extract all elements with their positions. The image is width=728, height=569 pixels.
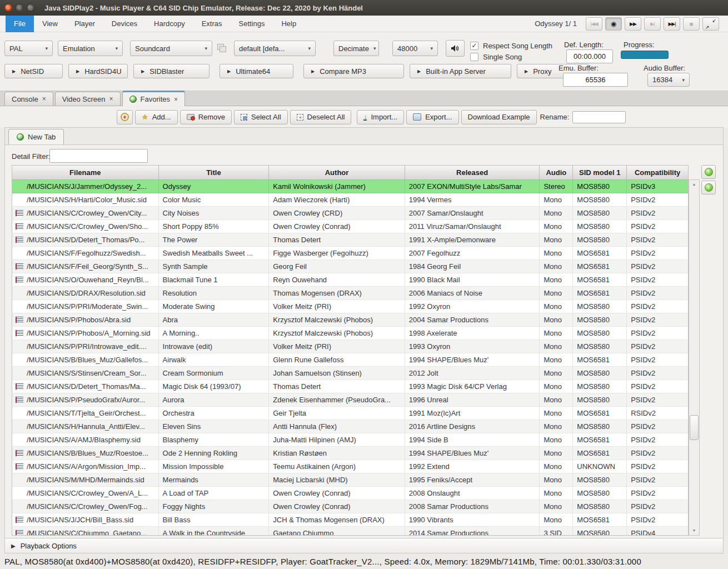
deselect-all-button[interactable]: Deselect All bbox=[290, 110, 352, 124]
skip-to-start-button[interactable]: |◀◀ bbox=[586, 17, 602, 31]
menu-player[interactable]: Player bbox=[66, 16, 103, 32]
close-icon[interactable]: × bbox=[174, 96, 178, 103]
table-row[interactable]: /MUSICIANS/T/Tjelta_Geir/Orchest...Orche… bbox=[12, 407, 688, 420]
audio-buffer-select[interactable]: 16384▾ bbox=[647, 73, 690, 87]
app-server-expander[interactable]: ▶Built-in App Server bbox=[410, 64, 511, 78]
table-row[interactable]: /MUSICIANS/A/AMJ/Blasphemy.sidBlasphemyJ… bbox=[12, 433, 688, 447]
column-header-title[interactable]: Title bbox=[159, 166, 270, 179]
close-icon[interactable]: × bbox=[4, 4, 12, 12]
scroll-up-icon[interactable]: ▴ bbox=[689, 180, 699, 189]
video-standard-select[interactable]: PAL▾ bbox=[4, 41, 53, 56]
emu-buffer-input[interactable] bbox=[563, 73, 628, 87]
download-example-button[interactable]: Download Example bbox=[461, 110, 537, 124]
rename-input[interactable] bbox=[572, 111, 626, 123]
move-up-button[interactable]: ↑ bbox=[701, 165, 716, 179]
table-row[interactable]: /MUSICIANS/D/DRAX/Resolution.sidResoluti… bbox=[12, 287, 688, 300]
compare-mp3-expander[interactable]: ▶Compare MP3 bbox=[303, 64, 404, 78]
menu-settings[interactable]: Settings bbox=[231, 16, 273, 32]
menu-help[interactable]: Help bbox=[273, 16, 305, 32]
minimize-icon[interactable]: − bbox=[16, 4, 23, 12]
tab-new-tab[interactable]: New Tab bbox=[8, 129, 64, 144]
table-row[interactable]: /MUSICIANS/D/Detert_Thomas/Po...The Powe… bbox=[12, 233, 688, 247]
table-row[interactable]: /MUSICIANS/J/JCH/Bill_Bass.sidBill BassJ… bbox=[12, 513, 688, 527]
scroll-down-icon[interactable]: ▾ bbox=[689, 526, 699, 535]
playback-options-expander[interactable]: ▶ Playback Options bbox=[5, 538, 723, 553]
table-row[interactable]: /MUSICIANS/P/PRI/Moderate_Swin...Moderat… bbox=[12, 300, 688, 313]
table-row[interactable]: /MUSICIANS/P/Phobos/A_Morning.sidA Morni… bbox=[12, 327, 688, 340]
sample-rate-select[interactable]: 48000▾ bbox=[392, 41, 438, 56]
export-button[interactable]: Export... bbox=[406, 110, 458, 124]
menu-file[interactable]: File bbox=[6, 16, 34, 32]
sidblaster-expander[interactable]: ▶SIDBlaster bbox=[133, 64, 210, 78]
cell-filename: /MUSICIANS/H/Harti/Color_Music.sid bbox=[12, 193, 159, 206]
cell-title: City Noises bbox=[159, 207, 270, 219]
detail-filter-input[interactable] bbox=[49, 149, 148, 163]
close-icon[interactable]: × bbox=[42, 95, 46, 103]
table-row[interactable]: /MUSICIANS/A/Argon/Mission_Imp...Mission… bbox=[12, 460, 688, 473]
default-length-input[interactable] bbox=[566, 49, 613, 63]
table-row[interactable]: /MUSICIANS/P/PRI/Introwave_edit....Intro… bbox=[12, 340, 688, 353]
column-header-compatibility[interactable]: Compatibility bbox=[627, 166, 688, 179]
menu-devices[interactable]: Devices bbox=[103, 16, 146, 32]
table-row[interactable]: /MUSICIANS/H/Hannula_Antti/Elev...Eleven… bbox=[12, 420, 688, 433]
cell-title: A Load of TAP bbox=[159, 487, 270, 500]
table-row[interactable]: /MUSICIANS/M/MHD/Mermainds.sidMermaindsM… bbox=[12, 473, 688, 487]
audio-driver-select[interactable]: Soundcard▾ bbox=[130, 41, 212, 56]
remove-button[interactable]: Remove bbox=[180, 110, 232, 124]
next-song-button[interactable]: ▶| bbox=[644, 17, 661, 31]
select-all-button[interactable]: Select All bbox=[234, 110, 287, 124]
stop-button[interactable]: ■ bbox=[683, 17, 700, 31]
table-row[interactable]: /MUSICIANS/S/Stinsen/Cream_Sor...Cream S… bbox=[12, 367, 688, 380]
table-row[interactable]: /MUSICIANS/B/Blues_Muz/Gallefos...Airwal… bbox=[12, 353, 688, 367]
netsid-expander[interactable]: ▶NetSID bbox=[4, 64, 63, 78]
table-row[interactable]: /MUSICIANS/C/Crowley_Owen/Sho...Short Po… bbox=[12, 220, 688, 233]
volume-button[interactable] bbox=[446, 40, 465, 57]
play-pause-button[interactable]: ◉ bbox=[605, 17, 622, 31]
scrollbar-thumb[interactable] bbox=[690, 415, 699, 440]
collapse-player-button[interactable]: ↙ ↗ bbox=[702, 17, 719, 31]
table-row[interactable]: /MUSICIANS/F/Feil_Georg/Synth_S...Synth … bbox=[12, 260, 688, 273]
tab-video-screen[interactable]: Video Screen× bbox=[55, 92, 121, 106]
column-header-author[interactable]: Author bbox=[269, 166, 405, 179]
ultimate64-expander[interactable]: ▶Ultimate64 bbox=[220, 64, 293, 78]
column-header-filename[interactable]: Filename bbox=[12, 166, 159, 179]
table-row[interactable]: /MUSICIANS/C/Crowley_Owen/A_L...A Load o… bbox=[12, 487, 688, 500]
tab-favorites[interactable]: Favorites× bbox=[122, 91, 185, 106]
fast-forward-button[interactable]: ▶▶ bbox=[625, 17, 641, 31]
output-device-select[interactable]: default [defa...▾ bbox=[234, 41, 316, 56]
single-song-checkbox[interactable] bbox=[470, 53, 478, 61]
transport-controls: |◀◀ ◉ ▶▶ ▶| ▶▶| ■ ↙ ↗ bbox=[586, 17, 719, 31]
close-icon[interactable]: × bbox=[109, 95, 113, 103]
table-row[interactable]: /MUSICIANS/H/Harti/Color_Music.sidColor … bbox=[12, 193, 688, 207]
add-tab-button[interactable]: + bbox=[117, 110, 133, 124]
move-down-button[interactable]: ↓ bbox=[701, 181, 716, 194]
table-row[interactable]: /MUSICIANS/F/Fegolhuzz/Swedish...Swedish… bbox=[12, 247, 688, 260]
skip-to-end-button[interactable]: ▶▶| bbox=[664, 17, 680, 31]
maximize-icon[interactable]: □ bbox=[27, 4, 34, 12]
table-row[interactable]: /MUSICIANS/C/Chiummo_Gaetano...A Walk in… bbox=[12, 527, 688, 536]
table-row[interactable]: /MUSICIANS/J/Jammer/Odyssey_2...OdysseyK… bbox=[12, 180, 688, 193]
engine-select[interactable]: Emulation▾ bbox=[58, 41, 123, 56]
column-header-audio[interactable]: Audio bbox=[540, 166, 573, 179]
respect-song-length-checkbox[interactable]: ✓ bbox=[470, 42, 478, 50]
menu-hardcopy[interactable]: Hardcopy bbox=[146, 16, 193, 32]
menu-view[interactable]: View bbox=[34, 16, 66, 32]
table-row[interactable]: /MUSICIANS/B/Blues_Muz/Roestoe...Ode 2 H… bbox=[12, 447, 688, 460]
add-button[interactable]: ★Add... bbox=[135, 110, 178, 124]
table-row[interactable]: /MUSICIANS/C/Crowley_Owen/City...City No… bbox=[12, 207, 688, 220]
column-header-released[interactable]: Released bbox=[405, 166, 540, 179]
cell-sid: MOS8580 bbox=[573, 193, 627, 206]
column-header-sid-model[interactable]: SID model 1 bbox=[573, 166, 627, 179]
cell-filename: /MUSICIANS/B/Blues_Muz/Gallefos... bbox=[12, 353, 159, 366]
table-row[interactable]: /MUSICIANS/D/Detert_Thomas/Ma...Magic Di… bbox=[12, 380, 688, 393]
menu-extras[interactable]: Extras bbox=[193, 16, 231, 32]
table-row[interactable]: /MUSICIANS/P/PseudoGrafx/Auror...AuroraZ… bbox=[12, 393, 688, 407]
import-button[interactable]: ↓Import... bbox=[357, 110, 404, 124]
table-row[interactable]: /MUSICIANS/O/Ouwehand_Reyn/Bl...Blackmai… bbox=[12, 273, 688, 287]
table-row[interactable]: /MUSICIANS/C/Crowley_Owen/Fog...Foggy Ni… bbox=[12, 500, 688, 513]
tab-console[interactable]: Console× bbox=[4, 92, 53, 106]
table-scrollbar[interactable]: ▴ ▾ bbox=[689, 179, 700, 536]
sampling-method-select[interactable]: Decimate▾ bbox=[333, 41, 379, 56]
table-row[interactable]: /MUSICIANS/P/Phobos/Abra.sidAbraKrzyszto… bbox=[12, 313, 688, 327]
hardsid4u-expander[interactable]: ▶HardSID4U bbox=[68, 64, 128, 78]
